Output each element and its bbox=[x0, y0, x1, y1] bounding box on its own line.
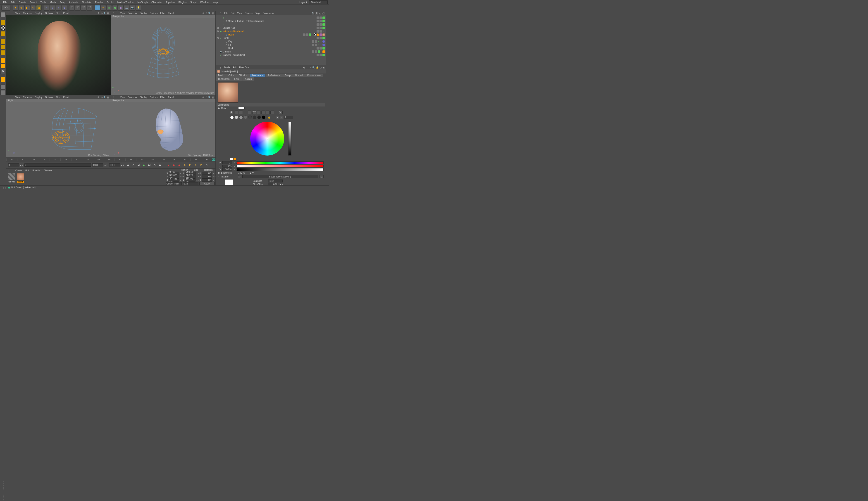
grip-icon[interactable]: ⋮⋮ bbox=[113, 12, 117, 14]
edge-mode[interactable] bbox=[0, 44, 6, 50]
back-icon[interactable]: ◀ bbox=[303, 66, 305, 69]
tab-luminance[interactable]: Luminance bbox=[250, 74, 265, 77]
apply-button[interactable]: Apply bbox=[199, 182, 215, 185]
obj-bookmarks[interactable]: Bookmarks bbox=[263, 12, 274, 14]
stored-swatch-2[interactable] bbox=[233, 158, 236, 160]
material-preview[interactable] bbox=[218, 82, 238, 103]
viewport-2-perspective[interactable]: ⋮⋮ View Cameras Display Options Filter P… bbox=[111, 11, 216, 95]
key-all[interactable]: ⋮ bbox=[210, 163, 214, 167]
tree-back[interactable]: Back bbox=[228, 47, 316, 50]
goto-start[interactable]: ⏮ bbox=[125, 163, 130, 167]
expand-icon[interactable]: ▸ bbox=[218, 175, 220, 178]
color-chip[interactable] bbox=[238, 107, 244, 109]
axis-mode[interactable] bbox=[0, 58, 6, 63]
subdivision-surface[interactable]: ◉ bbox=[106, 5, 112, 11]
timeline-slider[interactable]: 0 F bbox=[24, 163, 91, 167]
vp-filter[interactable]: Filter bbox=[160, 12, 165, 14]
menu-edit[interactable]: Edit bbox=[9, 0, 17, 4]
vp-cameras[interactable]: Cameras bbox=[23, 12, 32, 14]
tab-displacement[interactable]: Displacement bbox=[305, 74, 323, 77]
obj-view[interactable]: View bbox=[237, 12, 242, 14]
swatch-white[interactable] bbox=[230, 116, 234, 119]
play-button[interactable]: ▶ bbox=[142, 163, 146, 167]
coord-system[interactable]: ⊕ bbox=[62, 5, 67, 11]
tree-divider[interactable]: ------------------------------- bbox=[226, 23, 316, 26]
vp-cameras[interactable]: Cameras bbox=[128, 12, 137, 14]
val-slider[interactable] bbox=[237, 168, 324, 171]
key-position[interactable]: ✥ bbox=[182, 163, 187, 167]
picker-icon[interactable] bbox=[270, 110, 274, 114]
swatch-gray[interactable] bbox=[244, 116, 247, 119]
spinner-icon[interactable]: ▲▼ bbox=[104, 164, 108, 166]
swatch-gray[interactable] bbox=[235, 116, 238, 119]
search-icon[interactable]: 🔍 bbox=[312, 66, 315, 69]
texture-enable[interactable] bbox=[238, 175, 241, 178]
vp-nav-1[interactable]: ✥ bbox=[202, 96, 205, 98]
swatch-black[interactable] bbox=[262, 116, 265, 119]
undo-button[interactable]: ↶ bbox=[1, 5, 10, 11]
workplane-mode[interactable] bbox=[0, 31, 6, 36]
vp-nav-1[interactable]: ✥ bbox=[202, 12, 205, 14]
recent-tool[interactable]: ▦ bbox=[36, 5, 42, 11]
locked-workplane[interactable] bbox=[0, 85, 6, 89]
end-frame-field[interactable]: 100 F bbox=[92, 163, 103, 167]
timeline-ruler[interactable]: 0 5 10 15 20 25 30 35 40 45 50 55 60 65 … bbox=[6, 157, 216, 162]
kelvin-icon[interactable] bbox=[257, 110, 260, 114]
vp-nav-3[interactable]: 🔍 bbox=[208, 12, 211, 14]
add-swatch[interactable]: + bbox=[276, 116, 279, 119]
minimize-icon[interactable]: – bbox=[318, 12, 321, 14]
grip-icon[interactable]: ⋮⋮ bbox=[8, 96, 12, 98]
s-value[interactable]: 0 % bbox=[222, 164, 232, 168]
vp-cameras[interactable]: Cameras bbox=[23, 96, 32, 98]
camera-tool[interactable]: 📷 bbox=[130, 5, 135, 11]
expand-icon[interactable]: ⊞ bbox=[217, 27, 219, 29]
tab-illumination[interactable]: Illumination bbox=[216, 77, 232, 81]
menu-pipeline[interactable]: Pipeline bbox=[164, 0, 177, 4]
layout-dropdown[interactable]: Standard bbox=[309, 0, 328, 4]
y-axis-lock[interactable]: Y bbox=[50, 5, 55, 11]
render-region[interactable]: 🎬 bbox=[75, 5, 81, 11]
step-back[interactable]: ◀ bbox=[136, 163, 141, 167]
vp-nav-4[interactable]: ▦ bbox=[107, 96, 109, 98]
obj-edit[interactable]: Edit bbox=[231, 12, 234, 14]
vp-nav-3[interactable]: 🔍 bbox=[103, 96, 106, 98]
vp-panel[interactable]: Panel bbox=[168, 12, 174, 14]
grip-icon[interactable]: ⋮⋮ bbox=[113, 96, 117, 98]
v-value[interactable]: 100 % bbox=[222, 168, 232, 171]
mixer-icon[interactable] bbox=[261, 110, 265, 114]
end-frame-field-2[interactable]: 100 F bbox=[108, 163, 120, 167]
tree-lights[interactable]: Lights bbox=[223, 37, 316, 39]
vp-display[interactable]: Display bbox=[139, 12, 147, 14]
light-tool[interactable]: 💡 bbox=[136, 5, 141, 11]
key-params[interactable]: P bbox=[199, 163, 203, 167]
vp-nav-4[interactable]: ▦ bbox=[107, 12, 109, 14]
prop-toggle[interactable] bbox=[218, 172, 220, 174]
attr-userdata[interactable]: User Data bbox=[239, 66, 249, 69]
color-wheel-cursor[interactable] bbox=[266, 138, 268, 140]
swatch-count[interactable]: 1 bbox=[284, 116, 293, 119]
spinner-icon[interactable]: ▲▼ bbox=[121, 164, 124, 166]
swatch-gray[interactable] bbox=[248, 116, 252, 119]
swatch-gray[interactable] bbox=[257, 116, 261, 119]
vp-options[interactable]: Options bbox=[45, 96, 53, 98]
vp-options[interactable]: Options bbox=[45, 12, 53, 14]
texture-mode[interactable] bbox=[0, 25, 6, 31]
swatches-icon[interactable] bbox=[266, 110, 270, 114]
point-mode[interactable] bbox=[0, 39, 6, 44]
tab-basic[interactable]: Basic bbox=[216, 74, 226, 77]
material-ssskin[interactable]: ssskin bbox=[17, 173, 24, 184]
menu-animate[interactable]: Animate bbox=[67, 0, 80, 4]
planar-workplane[interactable] bbox=[0, 90, 6, 95]
key-scale[interactable]: ◧ bbox=[188, 163, 192, 167]
tweak-mode[interactable] bbox=[0, 64, 6, 68]
grip-icon[interactable]: ⋮⋮ bbox=[217, 12, 221, 14]
object-tree[interactable]: ○------------------------------- ○© Mode… bbox=[216, 15, 326, 65]
polygon-mode[interactable] bbox=[0, 50, 6, 55]
vp-cameras[interactable]: Cameras bbox=[128, 96, 137, 98]
key-rotation[interactable]: ↻ bbox=[193, 163, 198, 167]
menu-help[interactable]: Help bbox=[211, 0, 220, 4]
z-size-field[interactable]: 80.701 cm bbox=[185, 178, 196, 182]
mat-edit[interactable]: Edit bbox=[25, 169, 29, 172]
step-back-key[interactable]: ↶ bbox=[131, 163, 135, 167]
menu-select[interactable]: Select bbox=[28, 0, 39, 4]
